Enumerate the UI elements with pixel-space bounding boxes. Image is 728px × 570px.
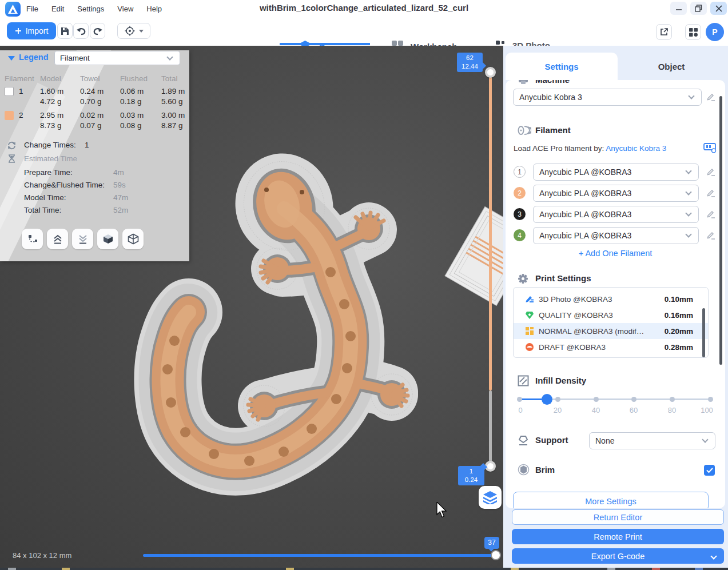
infill-slider[interactable] <box>519 393 711 406</box>
travel-path-button[interactable] <box>22 229 43 249</box>
filament-slot-4-select[interactable]: Anycubic PLA @KOBRA3 <box>533 227 699 244</box>
infill-dot-60[interactable] <box>631 397 636 402</box>
infill-dot-20[interactable] <box>555 397 560 402</box>
preset-layer-height: 0.10mm <box>665 295 693 304</box>
return-editor-button[interactable]: Return Editor <box>512 509 724 525</box>
machine-value: Anycubic Kobra 3 <box>514 93 689 102</box>
machine-select[interactable]: Anycubic Kobra 3 <box>513 89 702 106</box>
slot-number: 2 <box>518 189 522 197</box>
tab-object[interactable]: Object <box>618 53 725 80</box>
prepare-time-label: Prepare Time: <box>24 168 73 177</box>
cell: 1.89 m <box>161 87 185 95</box>
redo-button[interactable] <box>90 23 105 39</box>
restore-button[interactable] <box>690 2 707 15</box>
print-setting-quality[interactable]: QUALITY @KOBRA3 0.16mm <box>514 307 708 323</box>
prepare-time-value: 4m <box>113 168 124 177</box>
infill-dot-100[interactable] <box>708 397 713 402</box>
jump-bottom-button[interactable] <box>72 229 93 249</box>
edit-filament-4-icon[interactable] <box>706 230 715 242</box>
cell: 0.03 m <box>120 111 144 119</box>
taskbar-speck <box>607 568 615 570</box>
undo-button[interactable] <box>73 23 89 39</box>
prepare-tab-underline <box>280 43 370 45</box>
layer-view-button[interactable] <box>479 486 502 509</box>
support-select[interactable]: None <box>589 432 715 449</box>
model-time-label: Model Time: <box>24 193 66 202</box>
move-slider-track[interactable] <box>143 554 496 557</box>
layer-slider-track-gray[interactable] <box>489 390 492 466</box>
legend-mode-select[interactable]: Filament <box>54 51 180 65</box>
legend-panel: Legend Filament Filament Model Towel Flu… <box>0 50 189 261</box>
tab-settings[interactable]: Settings <box>506 53 618 80</box>
solid-view-button[interactable] <box>97 229 118 249</box>
more-settings-label: More Settings <box>585 497 636 506</box>
print-settings-heading: Print Settings <box>535 273 591 283</box>
minimize-button[interactable] <box>670 2 687 15</box>
filament-slot-1-select[interactable]: Anycubic PLA @KOBRA3 <box>533 164 699 181</box>
filament-spool-icon <box>518 125 531 138</box>
refresh-icon <box>7 141 17 153</box>
filament-slot-2-select[interactable]: Anycubic PLA @KOBRA3 <box>533 185 699 202</box>
print-settings-scrollbar[interactable] <box>702 308 705 357</box>
edit-filament-1-icon[interactable] <box>706 167 715 178</box>
edit-machine-icon[interactable] <box>706 92 715 103</box>
edit-filament-2-icon[interactable] <box>706 188 715 200</box>
load-ace-link[interactable]: Anycubic Kobra 3 <box>606 144 666 153</box>
tick-60: 60 <box>630 406 638 414</box>
taskbar-sliver <box>0 568 728 570</box>
slot-number: 1 <box>518 168 522 176</box>
filament-2-swatch[interactable] <box>5 111 14 120</box>
printer-icon <box>518 80 529 87</box>
cell: 1.60 m <box>40 87 63 95</box>
brim-checkbox[interactable] <box>704 465 715 476</box>
load-ace-text: Load ACE Pro filament by: Anycubic Kobra… <box>514 144 666 153</box>
return-editor-label: Return Editor <box>594 513 642 522</box>
print-setting-draft[interactable]: DRAFT @KOBRA3 0.28mm <box>514 339 708 355</box>
layer-slider-track-colored[interactable] <box>489 72 492 390</box>
avatar[interactable]: P <box>706 23 724 41</box>
hourglass-icon <box>8 154 15 165</box>
infill-handle[interactable] <box>542 394 552 405</box>
plus-icon <box>15 27 22 34</box>
layer-slider-top-handle[interactable] <box>485 67 496 78</box>
filament-slot-2-badge: 2 <box>514 187 526 199</box>
layers-icon <box>483 491 498 504</box>
print-setting-3d-photo[interactable]: 3D Photo @KOBRA3 0.10mm <box>514 291 708 307</box>
export-gcode-label: Export G-code <box>591 552 645 561</box>
import-button[interactable]: Import <box>7 22 56 39</box>
apps-grid-button[interactable] <box>685 24 701 40</box>
edit-filament-3-icon[interactable] <box>706 209 715 221</box>
cell: 8.73 g <box>40 121 62 130</box>
close-button[interactable] <box>710 2 727 15</box>
filament-slot-3-select[interactable]: Anycubic PLA @KOBRA3 <box>533 206 699 223</box>
remote-print-button[interactable]: Remote Print <box>512 529 724 544</box>
cell: 0.18 g <box>120 97 142 106</box>
jump-top-button[interactable] <box>47 229 68 249</box>
ace-device-icon[interactable] <box>703 142 717 156</box>
wireframe-view-button[interactable] <box>122 229 144 249</box>
photo-pencil-icon <box>525 294 534 304</box>
slot-number: 3 <box>518 210 522 218</box>
move-slider-handle[interactable] <box>491 550 501 560</box>
viewport-3d[interactable]: 62 12.44 1 0.24 Legend Filament <box>0 46 503 570</box>
check-icon <box>706 468 713 473</box>
save-icon <box>60 26 70 36</box>
infill-dot-0[interactable] <box>517 397 522 402</box>
apps-grid-icon <box>689 27 698 37</box>
save-button[interactable] <box>57 23 73 39</box>
cell: 0.02 m <box>80 111 104 119</box>
orientation-dropdown[interactable] <box>117 23 150 39</box>
external-link-button[interactable] <box>656 24 672 40</box>
more-settings-button[interactable]: More Settings <box>513 492 709 508</box>
infill-dot-40[interactable] <box>594 397 599 402</box>
add-filament-button[interactable]: + Add One Filament <box>506 249 725 258</box>
infill-dot-80[interactable] <box>670 397 675 402</box>
filament-1-swatch[interactable] <box>5 87 14 96</box>
panel-scrollbar[interactable] <box>719 96 722 365</box>
taskbar-speck <box>8 568 16 570</box>
load-ace-prefix: Load ACE Pro filament by: <box>514 144 604 153</box>
print-setting-normal-selected[interactable]: NORMAL @KOBRA3 (modif… 0.20mm <box>514 323 708 339</box>
filament-2-id: 2 <box>19 111 23 119</box>
export-gcode-button[interactable]: Export G-code <box>512 548 724 564</box>
legend-collapse-caret[interactable] <box>8 56 15 61</box>
